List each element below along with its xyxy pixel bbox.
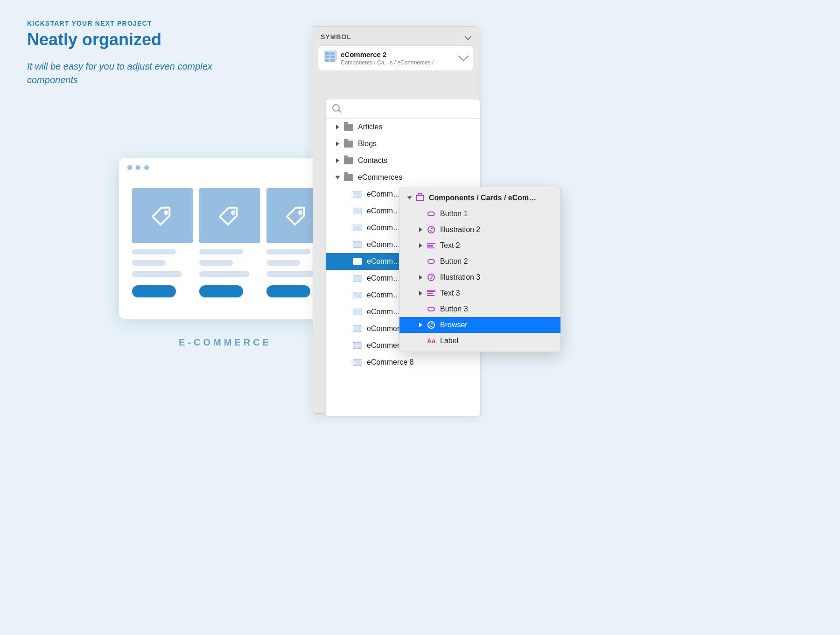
disclosure-triangle-icon: [336, 158, 339, 163]
folder-icon: [344, 174, 353, 181]
skeleton-line: [266, 249, 310, 254]
disclosure-triangle-icon: [419, 243, 422, 248]
layer-label: Browser: [440, 321, 468, 329]
tree-child-label: eComm…: [367, 291, 400, 299]
layer-type-icon: [427, 305, 435, 313]
browser-card: [119, 158, 331, 319]
symbol-thumb-icon: [324, 50, 337, 61]
tag-icon: [152, 205, 173, 226]
hero-headline: Neatly organized: [27, 30, 214, 49]
disclosure-triangle-icon: [419, 275, 422, 280]
layer-row[interactable]: Text 2: [399, 238, 560, 254]
tree-child-label: eComm…: [367, 190, 400, 198]
artboard-icon: [416, 194, 424, 202]
layer-row[interactable]: Illustration 2: [399, 222, 560, 238]
layer-type-icon: [427, 321, 435, 329]
symbol-thumb-icon: [353, 325, 362, 332]
layer-type-icon: [427, 241, 435, 250]
window-dot: [136, 165, 140, 170]
disclosure-triangle-icon: [336, 125, 339, 129]
window-dot: [127, 165, 132, 170]
tree-child-label: eComm…: [367, 240, 400, 249]
skeleton-line: [132, 249, 176, 254]
symbol-panel-title: SYMBOL: [321, 33, 351, 41]
window-dot: [144, 165, 149, 170]
layer-row[interactable]: Button 2: [399, 254, 560, 269]
symbol-thumb-icon: [353, 225, 362, 231]
tree-child-label: eComm…: [367, 207, 400, 215]
layer-row[interactable]: Browser: [399, 317, 560, 333]
layer-type-icon: [427, 289, 435, 297]
tree-folder-label: Contacts: [358, 156, 387, 165]
tree-folder[interactable]: Contacts: [326, 152, 480, 169]
layer-row[interactable]: Illustration 3: [399, 269, 560, 285]
skeleton-line: [199, 271, 249, 277]
folder-icon: [344, 141, 353, 148]
disclosure-triangle-icon: [419, 291, 422, 296]
disclosure-triangle-icon: [419, 227, 422, 232]
tree-folder[interactable]: eCommerces: [326, 169, 480, 186]
hero: KICKSTART YOUR NEXT PROJECT Neatly organ…: [27, 20, 214, 87]
layer-row[interactable]: AaLabel: [399, 333, 560, 349]
pill-icon: [427, 259, 435, 264]
ecommerce-cards: [132, 188, 327, 297]
cta-pill: [266, 285, 310, 297]
sym-icon: [427, 274, 435, 281]
skeleton-line: [132, 271, 182, 277]
folder-icon: [344, 157, 353, 164]
symbol-panel-header[interactable]: SYMBOL: [313, 27, 478, 45]
sym-icon: [427, 226, 435, 233]
search-icon: [332, 104, 340, 112]
tree-folder-label: Articles: [358, 123, 382, 131]
sym-icon: [427, 321, 435, 329]
folder-icon: [344, 124, 353, 131]
tree-child-label: eComm…: [367, 257, 400, 266]
tree-child[interactable]: eCommerce 8: [326, 354, 480, 371]
tree-folder[interactable]: Blogs: [326, 135, 480, 152]
pill-icon: [427, 212, 435, 216]
layer-label: Button 2: [440, 257, 468, 266]
symbol-search[interactable]: [326, 99, 480, 119]
symbol-thumb-icon: [353, 258, 362, 265]
layer-row[interactable]: Button 3: [399, 301, 560, 317]
skeleton-line: [132, 260, 166, 266]
text-aa-icon: Aa: [427, 337, 435, 345]
layer-label: Illustration 3: [440, 273, 480, 282]
text-icon: [427, 243, 435, 248]
symbol-thumb-icon: [353, 208, 362, 214]
symbol-thumb-icon: [353, 191, 362, 198]
tree-folder[interactable]: Articles: [326, 119, 480, 135]
tree-child-label: eCommerce 8: [367, 358, 413, 367]
symbol-selected-card[interactable]: eCommerce 2 Components / Ca…s / eCommerc…: [318, 45, 473, 71]
chevron-down-icon[interactable]: [458, 51, 469, 62]
layer-label: Label: [440, 337, 458, 345]
tree-folder-label: Blogs: [358, 140, 377, 148]
selected-symbol-title: eCommerce 2: [341, 50, 455, 58]
layer-type-icon: [427, 257, 435, 266]
selected-symbol-breadcrumb: Components / Ca…s / eCommerces /: [341, 59, 455, 66]
ecommerce-card: [132, 188, 193, 297]
layer-label: Button 1: [440, 210, 468, 218]
cta-pill: [199, 285, 243, 297]
hero-sub: It will be easy for you to adjust even c…: [27, 60, 214, 87]
skeleton-line: [266, 260, 300, 266]
symbol-thumb-icon: [353, 342, 362, 349]
layers-title-row[interactable]: Components / Cards / eCom…: [399, 190, 560, 206]
symbol-thumb-icon: [353, 275, 362, 282]
pill-icon: [427, 307, 435, 311]
symbol-thumb-icon: [353, 309, 362, 315]
thumb: [132, 188, 193, 243]
disclosure-triangle-icon: [336, 141, 339, 146]
layer-type-icon: Aa: [427, 337, 435, 345]
layer-row[interactable]: Text 3: [399, 285, 560, 301]
layer-type-icon: [427, 226, 435, 234]
text-icon: [427, 290, 435, 296]
thumb: [199, 188, 260, 243]
window-dots: [127, 165, 149, 170]
skeleton-line: [266, 271, 316, 277]
layer-row[interactable]: Button 1: [399, 206, 560, 222]
layer-type-icon: [427, 210, 435, 218]
layer-label: Text 2: [440, 241, 460, 250]
tag-icon: [286, 205, 308, 226]
tree-child-label: eComm…: [367, 308, 400, 316]
